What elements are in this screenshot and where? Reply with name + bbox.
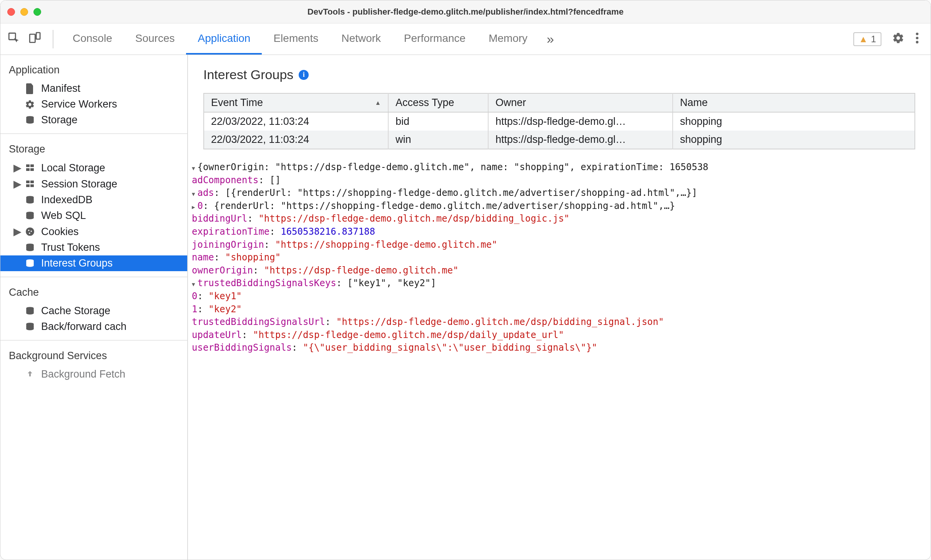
svg-rect-9 — [26, 168, 30, 171]
sidebar-item-service-workers[interactable]: Service Workers — [0, 96, 187, 112]
obj-userbiddingsignals[interactable]: userBiddingSignals: "{\"user_bidding_sig… — [192, 341, 927, 355]
sidebar-item-back-forward-cache[interactable]: Back/forward cach — [0, 319, 187, 335]
object-viewer: {ownerOrigin: "https://dsp-fledge-demo.g… — [188, 149, 931, 362]
sidebar-label: Web SQL — [41, 210, 86, 222]
close-window-button[interactable] — [7, 8, 15, 16]
more-menu-button[interactable] — [915, 32, 919, 46]
sidebar-item-cookies[interactable]: ▶ Cookies — [0, 224, 187, 240]
chevron-right-icon[interactable] — [192, 200, 197, 211]
obj-updateurl[interactable]: updateUrl: "https://dsp-fledge-demo.glit… — [192, 329, 927, 342]
sidebar-item-cache-storage[interactable]: Cache Storage — [0, 303, 187, 319]
chevron-right-icon[interactable]: ▶ — [13, 225, 21, 238]
toggle-device-icon[interactable] — [28, 31, 41, 47]
obj-joiningorigin[interactable]: joiningOrigin: "https://shopping-fledge-… — [192, 239, 927, 252]
tabs-overflow-button[interactable]: » — [539, 23, 562, 55]
table-row[interactable]: 22/03/2022, 11:03:24 win https://dsp-fle… — [204, 131, 915, 149]
settings-button[interactable] — [892, 32, 904, 46]
chevron-right-icon[interactable]: ▶ — [13, 162, 21, 174]
svg-rect-10 — [30, 168, 34, 171]
issues-badge[interactable]: ▲ 1 — [853, 32, 881, 46]
sidebar-label: Cookies — [41, 226, 79, 238]
svg-point-5 — [916, 41, 919, 43]
sidebar-label: Service Workers — [41, 98, 117, 110]
obj-biddingurl[interactable]: biddingUrl: "https://dsp-fledge-demo.gli… — [192, 212, 927, 225]
sidebar-item-indexeddb[interactable]: IndexedDB — [0, 192, 187, 208]
tab-network[interactable]: Network — [330, 23, 392, 55]
sidebar-label: Cache Storage — [41, 305, 110, 317]
obj-trustedbiddingsignalsurl[interactable]: trustedBiddingSignalsUrl: "https://dsp-f… — [192, 316, 927, 329]
database-icon — [24, 210, 36, 222]
sidebar-section-cache: Cache — [0, 283, 187, 303]
cookie-icon — [24, 226, 36, 237]
tab-sources[interactable]: Sources — [124, 23, 186, 55]
obj-trustedbiddingsignalskeys[interactable]: trustedBiddingSignalsKeys: ["key1", "key… — [192, 277, 927, 290]
tab-memory[interactable]: Memory — [477, 23, 539, 55]
obj-adcomponents[interactable]: adComponents: [] — [192, 174, 927, 187]
chevron-right-icon[interactable]: ▶ — [13, 178, 21, 190]
tab-elements[interactable]: Elements — [262, 23, 330, 55]
cell-event-time: 22/03/2022, 11:03:24 — [204, 131, 388, 149]
inspect-element-icon[interactable] — [7, 31, 20, 47]
divider — [0, 277, 187, 277]
minimize-window-button[interactable] — [20, 8, 28, 16]
th-name[interactable]: Name — [673, 93, 915, 112]
sidebar-label: Manifest — [41, 83, 80, 94]
application-sidebar: Application Manifest Service Workers Sto… — [0, 55, 188, 560]
svg-rect-12 — [30, 181, 34, 183]
chevron-down-icon[interactable] — [192, 162, 197, 172]
table-row[interactable]: 22/03/2022, 11:03:24 bid https://dsp-fle… — [204, 112, 915, 131]
sidebar-label: Trust Tokens — [41, 242, 100, 253]
fullscreen-window-button[interactable] — [33, 8, 41, 16]
chevron-down-icon[interactable] — [192, 187, 197, 198]
sidebar-item-background-fetch[interactable]: Background Fetch — [0, 366, 187, 382]
divider — [0, 133, 187, 134]
th-owner[interactable]: Owner — [488, 93, 673, 112]
window-titlebar: DevTools - publisher-fledge-demo.glitch.… — [0, 0, 931, 23]
sidebar-item-local-storage[interactable]: ▶ Local Storage — [0, 160, 187, 176]
obj-ownerorigin[interactable]: ownerOrigin: "https://dsp-fledge-demo.gl… — [192, 264, 927, 277]
info-icon[interactable]: i — [299, 70, 309, 80]
obj-tbsk-1[interactable]: 1: "key2" — [192, 303, 927, 316]
database-icon — [24, 258, 36, 269]
svg-rect-7 — [26, 164, 30, 167]
obj-name[interactable]: name: "shopping" — [192, 251, 927, 264]
svg-rect-2 — [36, 32, 40, 39]
chevron-down-icon[interactable] — [192, 278, 197, 288]
cell-owner: https://dsp-fledge-demo.gl… — [488, 131, 673, 149]
devtools-toolbar: Console Sources Application Elements Net… — [0, 23, 931, 55]
obj-root[interactable]: {ownerOrigin: "https://dsp-fledge-demo.g… — [192, 161, 927, 174]
sidebar-item-storage[interactable]: Storage — [0, 112, 187, 128]
sidebar-label: Storage — [41, 114, 78, 126]
sidebar-label: Back/forward cach — [41, 321, 126, 333]
sidebar-item-trust-tokens[interactable]: Trust Tokens — [0, 240, 187, 255]
cell-owner: https://dsp-fledge-demo.gl… — [488, 112, 673, 131]
obj-expirationtime[interactable]: expirationTime: 1650538216.837188 — [192, 225, 927, 239]
sidebar-item-manifest[interactable]: Manifest — [0, 81, 187, 96]
database-icon — [24, 305, 36, 317]
tab-console[interactable]: Console — [61, 23, 124, 55]
database-icon — [24, 321, 36, 333]
cell-access-type: win — [388, 131, 488, 149]
tab-performance[interactable]: Performance — [392, 23, 477, 55]
panel-tabs: Console Sources Application Elements Net… — [53, 23, 562, 55]
svg-rect-8 — [30, 164, 34, 167]
grid-icon — [24, 178, 36, 190]
svg-point-20 — [29, 233, 30, 234]
sidebar-label: Session Storage — [41, 178, 117, 190]
tab-application[interactable]: Application — [186, 23, 262, 55]
svg-rect-14 — [30, 184, 34, 187]
database-icon — [24, 194, 36, 206]
th-access-type[interactable]: Access Type — [388, 93, 488, 112]
sidebar-section-storage: Storage — [0, 139, 187, 160]
sidebar-item-interest-groups[interactable]: Interest Groups — [0, 255, 187, 271]
sidebar-item-session-storage[interactable]: ▶ Session Storage — [0, 176, 187, 192]
th-event-time[interactable]: Event Time ▲ — [204, 93, 388, 112]
sidebar-item-websql[interactable]: Web SQL — [0, 208, 187, 224]
issues-count: 1 — [871, 34, 876, 45]
cell-name: shopping — [673, 112, 915, 131]
main-pane: Interest Groups i Event Time ▲ Access Ty… — [188, 55, 931, 560]
obj-tbsk-0[interactable]: 0: "key1" — [192, 290, 927, 303]
obj-ads[interactable]: ads: [{renderUrl: "https://shopping-fled… — [192, 187, 927, 200]
sidebar-section-background-services: Background Services — [0, 346, 187, 366]
obj-ads-0[interactable]: 0: {renderUrl: "https://shopping-fledge-… — [192, 200, 927, 213]
